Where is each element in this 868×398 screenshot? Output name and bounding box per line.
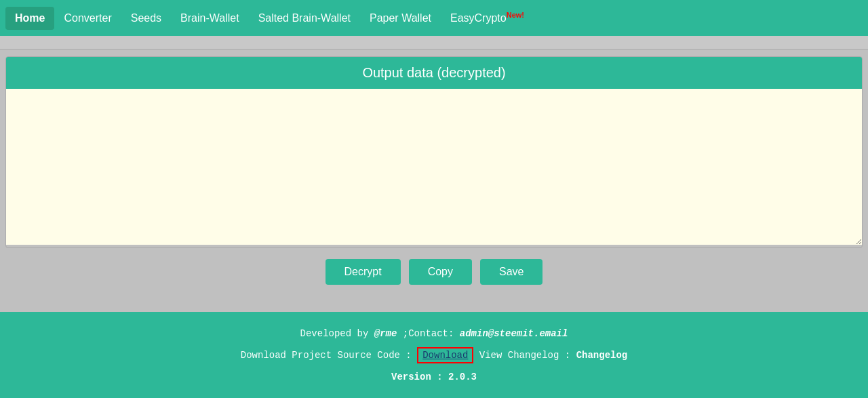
download-link[interactable]: Download <box>417 347 473 363</box>
nav-item-brain-wallet[interactable]: Brain-Wallet <box>171 7 249 30</box>
navbar: Home Converter Seeds Brain-Wallet Salted… <box>0 0 868 36</box>
decrypt-button[interactable]: Decrypt <box>326 259 401 285</box>
developed-by-prefix: Developed by <box>300 328 374 339</box>
scrollbar-area <box>0 36 868 49</box>
save-button[interactable]: Save <box>480 259 542 285</box>
nav-item-converter[interactable]: Converter <box>54 7 121 30</box>
footer-line-1: Developed by @rme ;Contact: admin@steemi… <box>5 324 863 343</box>
nav-item-salted-brain-wallet[interactable]: Salted Brain-Wallet <box>249 7 360 30</box>
contact-email: admin@steemit.email <box>460 328 568 339</box>
contact-prefix: ;Contact: <box>397 328 459 339</box>
buttons-area: Decrypt Copy Save <box>5 259 863 285</box>
nav-item-paper-wallet[interactable]: Paper Wallet <box>360 7 441 30</box>
main-content: Output data (decrypted) Decrypt Copy Sav… <box>0 49 868 312</box>
developed-by-handle: @rme <box>374 328 397 339</box>
view-changelog-prefix: View Changelog : <box>473 350 576 361</box>
footer-line-2: Download Project Source Code : Download … <box>5 346 863 365</box>
nav-item-seeds[interactable]: Seeds <box>121 7 171 30</box>
nav-item-easy-crypto[interactable]: EasyCryptoNew! <box>441 5 534 30</box>
changelog-link[interactable]: Changelog <box>576 350 628 361</box>
source-code-prefix: Download Project Source Code : <box>241 350 417 361</box>
output-textarea[interactable] <box>6 89 862 245</box>
new-badge: New! <box>507 11 524 19</box>
output-header: Output data (decrypted) <box>6 57 862 89</box>
output-section: Output data (decrypted) <box>5 56 863 248</box>
version-text: Version : 2.0.3 <box>391 372 477 382</box>
footer-line-3: Version : 2.0.3 <box>5 367 863 386</box>
nav-item-home[interactable]: Home <box>5 7 54 30</box>
copy-button[interactable]: Copy <box>409 259 472 285</box>
footer: Developed by @rme ;Contact: admin@steemi… <box>0 312 868 398</box>
